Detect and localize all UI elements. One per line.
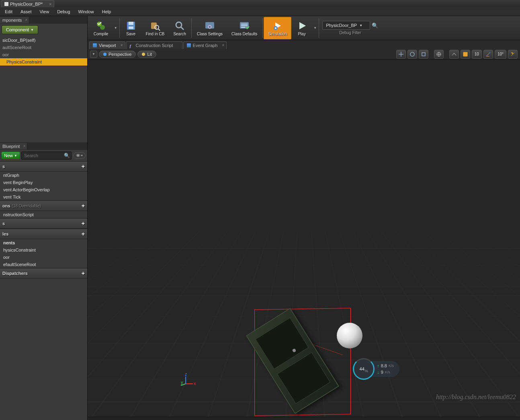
snap-surface[interactable] xyxy=(449,50,459,59)
snap-angle-value[interactable]: 10° xyxy=(495,50,506,59)
menu-help[interactable]: Help xyxy=(98,8,115,15)
compile-icon xyxy=(95,20,106,31)
section-header[interactable]: s+ xyxy=(0,161,87,172)
classsettings-icon xyxy=(204,20,215,31)
viewport-tab-viewport[interactable]: Viewport× xyxy=(89,41,125,49)
watermark: http://blog.csdn.net/leemu0822 xyxy=(436,393,516,401)
save-button[interactable]: Save xyxy=(121,17,141,39)
section-header[interactable]: s+ xyxy=(0,218,87,229)
svg-point-18 xyxy=(410,52,414,56)
add-new-button[interactable]: New ▼ xyxy=(2,152,20,159)
chevron-down-icon: ▾ xyxy=(81,154,83,157)
add-component-button[interactable]: Component ▼ xyxy=(2,25,38,34)
translate-tool[interactable] xyxy=(396,50,406,59)
component-tree-item[interactable]: aultSceneRoot xyxy=(0,44,87,51)
svg-point-16 xyxy=(275,27,276,29)
close-icon[interactable]: × xyxy=(23,144,26,148)
menu-debug[interactable]: Debug xyxy=(53,8,74,15)
main-area: Compile▼SaveFind in CBSearchClass Settin… xyxy=(88,16,520,420)
scale-tool[interactable] xyxy=(419,50,428,59)
svg-line-9 xyxy=(181,27,184,30)
section-item[interactable]: oor xyxy=(0,254,87,261)
plus-icon[interactable]: + xyxy=(82,163,85,170)
perf-percent: 44% xyxy=(353,358,375,380)
play-dropdown[interactable]: ▼ xyxy=(312,17,318,39)
taskbar-hint xyxy=(88,417,520,420)
blueprint-search: 🔍 xyxy=(21,152,72,160)
titlebar: PhysicDoor_BP* × xyxy=(0,0,520,7)
section-header[interactable]: les+ xyxy=(0,229,87,239)
viewport-tab-event-graph[interactable]: Event Graph× xyxy=(183,41,227,49)
section-item[interactable]: efaultSceneRoot xyxy=(0,261,87,268)
eye-icon: 👁 xyxy=(76,153,80,158)
section-header[interactable]: Dispatchers+ xyxy=(0,268,87,279)
svg-line-7 xyxy=(158,29,160,31)
section-item[interactable]: nstructionScript xyxy=(0,211,87,218)
search-button[interactable]: Search xyxy=(169,17,190,39)
compile-dropdown[interactable]: ▼ xyxy=(113,17,119,39)
search-icon: 🔍 xyxy=(64,153,70,158)
plus-icon[interactable]: + xyxy=(82,231,85,237)
compile-button[interactable]: Compile xyxy=(89,17,113,39)
rotate-tool[interactable] xyxy=(407,50,417,59)
menu-asset[interactable]: Asset xyxy=(16,8,36,15)
close-icon[interactable]: × xyxy=(49,2,51,6)
viewmode-lit[interactable]: Lit xyxy=(137,51,156,58)
component-tree-item[interactable]: sicDoor_BP(self) xyxy=(0,37,87,44)
perspective-icon xyxy=(103,53,106,56)
close-icon[interactable]: × xyxy=(121,43,123,47)
save-icon xyxy=(125,20,137,31)
left-panel: mponents × Component ▼ sicDoor_BP(self)a… xyxy=(0,16,88,420)
section-item[interactable]: vent BeginPlay xyxy=(0,179,87,186)
document-tab-label: PhysicDoor_BP* xyxy=(10,2,43,6)
svg-rect-3 xyxy=(129,22,133,25)
section-item[interactable]: ntGraph xyxy=(0,172,87,179)
snap-grid-value[interactable]: 10 xyxy=(472,50,482,59)
search-icon[interactable]: 🔍 xyxy=(372,23,378,29)
chevron-down-icon: ▼ xyxy=(14,154,17,158)
play-button[interactable]: Play xyxy=(291,17,312,39)
graph-icon xyxy=(187,43,191,47)
simulation-icon xyxy=(272,20,283,31)
constraint-sphere xyxy=(337,323,362,348)
simulation-button[interactable]: Simulation xyxy=(264,17,291,39)
components-tab[interactable]: mponents × xyxy=(0,17,29,23)
components-tree: sicDoor_BP(self)aultSceneRootoorPhysicsC… xyxy=(0,36,87,142)
plus-icon[interactable]: + xyxy=(82,220,85,227)
viewport-3d[interactable]: x y z 44% ↑8.8K/s ↓9K/s http://blog.csdn… xyxy=(88,59,520,420)
debug-filter-label: Debug Filter xyxy=(339,31,361,35)
close-icon[interactable]: × xyxy=(25,18,27,22)
viewmode-perspective[interactable]: Perspective xyxy=(99,51,136,58)
snap-scale-toggle[interactable] xyxy=(508,50,518,59)
viewport-options-button[interactable]: ▼ xyxy=(90,51,97,58)
chevron-down-icon: ▼ xyxy=(359,24,362,27)
debug-filter-select[interactable]: PhysicDoor_BP ▼ xyxy=(322,21,370,30)
visibility-toggle[interactable]: 👁 ▾ xyxy=(73,152,86,159)
viewport-tab-construction-script[interactable]: fConstruction Script xyxy=(126,41,182,49)
component-tree-item[interactable]: PhysicsConstraint xyxy=(0,58,87,66)
classdefaults-button[interactable]: Class Defaults xyxy=(227,17,262,39)
axis-gizmo: x y z xyxy=(181,372,197,388)
svg-rect-4 xyxy=(129,27,133,29)
svg-text:x: x xyxy=(194,381,196,386)
plus-icon[interactable]: + xyxy=(82,270,85,277)
section-header[interactable]: ons(18 Overridable)+ xyxy=(0,201,87,211)
section-item[interactable]: vent Tick xyxy=(0,193,87,201)
findcb-button[interactable]: Find in CB xyxy=(141,17,169,39)
section-item[interactable]: hysicsConstraint xyxy=(0,246,87,254)
menu-edit[interactable]: Edit xyxy=(1,8,16,15)
snap-angle-toggle[interactable] xyxy=(483,50,493,59)
classsettings-button[interactable]: Class Settings xyxy=(192,17,227,39)
close-icon[interactable]: × xyxy=(222,43,224,47)
plus-icon[interactable]: + xyxy=(82,203,85,209)
section-item[interactable]: vent ActorBeginOverlap xyxy=(0,186,87,193)
menu-view[interactable]: View xyxy=(35,8,53,15)
blueprint-tab[interactable]: Blueprint × xyxy=(0,143,27,150)
menu-window[interactable]: Window xyxy=(74,8,98,15)
document-tab[interactable]: PhysicDoor_BP* × xyxy=(1,0,54,7)
component-tree-item[interactable]: oor xyxy=(0,51,87,58)
section-item[interactable]: nents xyxy=(0,239,87,246)
coord-toggle[interactable] xyxy=(434,50,444,59)
snap-grid-toggle[interactable] xyxy=(461,50,470,59)
chevron-down-icon: ▼ xyxy=(31,28,34,32)
